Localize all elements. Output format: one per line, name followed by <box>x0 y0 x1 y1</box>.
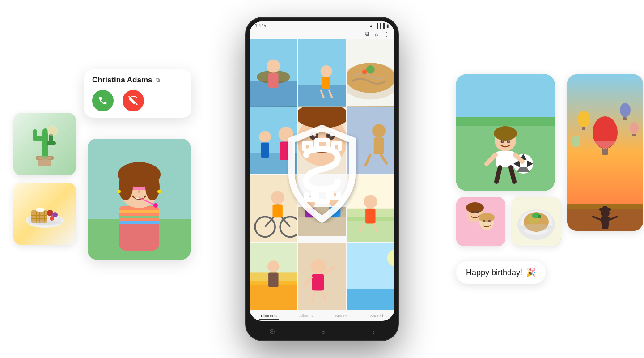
girl-photo <box>88 139 191 260</box>
svg-rect-72 <box>261 142 269 158</box>
svg-point-144 <box>471 211 474 213</box>
svg-rect-174 <box>603 206 607 211</box>
svg-point-169 <box>572 136 580 147</box>
clock: 12:45 <box>255 23 266 28</box>
svg-point-100 <box>328 193 341 207</box>
svg-point-67 <box>366 65 375 74</box>
svg-point-167 <box>630 122 639 134</box>
svg-rect-101 <box>329 207 340 217</box>
grid-photo-6[interactable] <box>347 107 394 175</box>
svg-point-52 <box>157 190 161 193</box>
tablet-frame: 12:45 ▲ ▐▐▐ ▮ ⧉ ⌕ ⋮ <box>246 18 398 340</box>
home-icon[interactable]: ○ <box>322 328 325 336</box>
svg-point-112 <box>267 260 279 272</box>
svg-point-60 <box>320 65 332 77</box>
svg-point-147 <box>488 220 491 222</box>
svg-point-28 <box>28 221 62 225</box>
phone-accept-icon <box>98 96 108 106</box>
svg-point-68 <box>362 69 367 74</box>
grid-photo-9[interactable] <box>347 175 394 242</box>
svg-point-73 <box>279 126 294 141</box>
svg-point-12 <box>49 127 56 134</box>
tab-albums[interactable]: Albums <box>297 313 314 320</box>
grid-photo-7[interactable] <box>250 175 297 242</box>
left-section: Christina Adams ⧉ <box>0 0 201 358</box>
svg-rect-61 <box>322 77 330 89</box>
svg-point-50 <box>153 203 158 208</box>
svg-point-165 <box>620 103 631 117</box>
birthday-text: Happy birthday! <box>466 268 522 277</box>
svg-point-154 <box>538 215 541 218</box>
call-name-row: Christina Adams ⧉ <box>92 76 183 85</box>
svg-line-7 <box>41 132 42 133</box>
tab-shared[interactable]: Shared <box>369 313 385 320</box>
food-dish-illustration <box>512 197 561 246</box>
svg-rect-36 <box>119 221 159 224</box>
svg-rect-99 <box>305 208 314 217</box>
svg-rect-126 <box>456 117 555 126</box>
call-actions <box>92 90 183 111</box>
svg-rect-34 <box>119 210 159 213</box>
status-icons: ▲ ▐▐▐ ▮ <box>369 23 389 28</box>
grid-photo-4[interactable] <box>250 107 297 175</box>
svg-rect-160 <box>602 149 608 155</box>
more-options-icon[interactable]: ⋮ <box>384 30 390 38</box>
tab-pictures[interactable]: Pictures <box>259 313 279 320</box>
svg-rect-113 <box>268 272 278 287</box>
svg-point-80 <box>330 133 333 136</box>
svg-rect-57 <box>268 73 278 88</box>
svg-rect-4 <box>33 129 37 141</box>
tablet-container: 12:45 ▲ ▐▐▐ ▮ ⧉ ⌕ ⋮ <box>246 18 398 340</box>
grid-photo-11[interactable] <box>298 243 346 310</box>
birthday-bubble: Happy birthday! 🎉 <box>456 261 546 284</box>
balloons-illustration <box>567 74 643 231</box>
mother-child-photo <box>456 197 505 246</box>
svg-point-141 <box>466 202 484 213</box>
svg-point-26 <box>50 216 54 221</box>
photo-tabs: Pictures Albums Stories Shared <box>250 310 394 321</box>
svg-point-128 <box>494 126 517 141</box>
right-small-photos <box>456 197 561 246</box>
svg-rect-74 <box>280 141 292 160</box>
link-icon: ⧉ <box>156 77 160 84</box>
boy-soccer-illustration <box>456 74 555 191</box>
decline-call-button[interactable] <box>123 90 144 111</box>
tablet-screen: 12:45 ▲ ▐▐▐ ▮ ⧉ ⌕ ⋮ <box>250 21 394 321</box>
svg-point-163 <box>578 111 590 127</box>
grid-photo-10[interactable] <box>250 243 297 310</box>
photo-toolbar: ⧉ ⌕ ⋮ <box>250 29 394 39</box>
svg-point-155 <box>520 224 552 231</box>
wifi-icon: ▲ <box>369 23 373 28</box>
small-photos-left <box>13 113 76 245</box>
svg-rect-94 <box>272 204 282 217</box>
svg-rect-84 <box>374 137 384 154</box>
caller-name: Christina Adams <box>92 76 152 85</box>
tab-stories[interactable]: Stories <box>333 313 349 320</box>
svg-point-145 <box>476 211 479 213</box>
food-illustration <box>22 196 67 232</box>
svg-rect-116 <box>312 274 324 290</box>
grid-photo-8[interactable] <box>298 175 346 242</box>
status-bar: 12:45 ▲ ▐▐▐ ▮ <box>250 21 394 29</box>
svg-point-98 <box>304 196 315 208</box>
accept-call-button[interactable] <box>92 90 114 111</box>
recents-icon[interactable]: ⦾ <box>270 328 275 336</box>
phone-decline-icon <box>128 96 138 106</box>
grid-photo-12[interactable] <box>347 243 394 310</box>
grid-photo-5[interactable] <box>298 107 346 175</box>
svg-rect-35 <box>119 216 159 218</box>
back-icon[interactable]: ‹ <box>373 328 375 336</box>
grid-photo-1[interactable] <box>250 39 297 107</box>
search-icon[interactable]: ⌕ <box>375 30 378 38</box>
grid-photo-2[interactable] <box>298 39 346 107</box>
share-icon[interactable]: ⧉ <box>365 30 369 38</box>
battery-icon: ▮ <box>386 23 389 28</box>
svg-point-45 <box>138 190 140 193</box>
svg-point-138 <box>508 141 510 142</box>
svg-point-143 <box>479 213 495 222</box>
grid-photo-3[interactable] <box>347 39 394 107</box>
svg-point-47 <box>119 174 133 200</box>
svg-rect-168 <box>632 134 636 136</box>
girl-sunglasses-illustration <box>88 139 191 260</box>
svg-point-115 <box>310 259 326 274</box>
